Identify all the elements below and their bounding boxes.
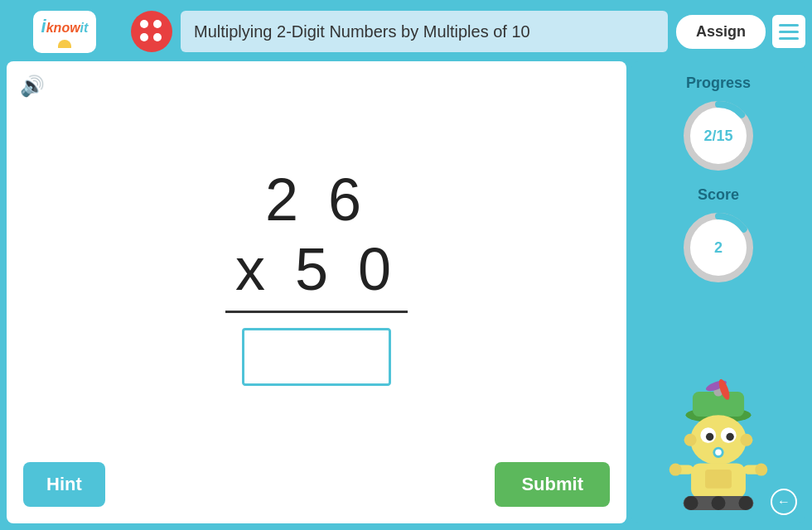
answer-input-wrap xyxy=(242,328,391,386)
problem-number1: 2 6 xyxy=(265,167,368,233)
right-panel: Progress 2/15 Score 2 xyxy=(631,61,805,523)
bottom-bar: Hint Submit xyxy=(20,454,613,510)
robot-area xyxy=(640,298,797,510)
submit-button[interactable]: Submit xyxy=(495,462,610,507)
sound-icon: 🔊 xyxy=(20,75,45,98)
svg-point-17 xyxy=(740,434,752,446)
back-button[interactable]: ← xyxy=(771,489,797,515)
sound-button[interactable]: 🔊 xyxy=(20,75,45,98)
main-content: 🔊 2 6 x 5 0 Hint Submit Progress xyxy=(7,61,805,523)
menu-button[interactable] xyxy=(772,15,805,48)
answer-input[interactable] xyxy=(242,328,391,386)
score-value: 2 xyxy=(714,239,723,257)
hamburger-line-1 xyxy=(779,24,799,26)
svg-point-24 xyxy=(684,496,698,510)
logo-know: know xyxy=(46,21,80,36)
progress-value: 2/15 xyxy=(703,128,732,145)
hamburger-line-2 xyxy=(779,31,799,33)
divider-line xyxy=(225,311,408,313)
score-label: Score xyxy=(698,186,739,204)
title-area: Multiplying 2-Digit Numbers by Multiples… xyxy=(181,11,668,52)
progress-circle: 2/15 xyxy=(681,99,756,173)
left-panel: 🔊 2 6 x 5 0 Hint Submit xyxy=(7,61,626,523)
svg-point-26 xyxy=(738,496,752,510)
svg-rect-27 xyxy=(705,470,732,489)
math-problem: 2 6 x 5 0 xyxy=(20,75,613,454)
logo-it: it xyxy=(80,21,89,36)
score-circle: 2 xyxy=(681,210,756,285)
robot-character xyxy=(665,378,772,510)
header: i know it Multiplying 2-Digit Numbers by… xyxy=(7,7,805,56)
lesson-title: Multiplying 2-Digit Numbers by Multiples… xyxy=(194,22,530,41)
svg-point-25 xyxy=(712,496,726,510)
svg-point-21 xyxy=(669,464,682,476)
header-right: Assign xyxy=(676,15,805,49)
svg-point-12 xyxy=(706,433,713,441)
score-section: Score 2 xyxy=(640,186,797,285)
svg-point-15 xyxy=(715,450,722,456)
problem-number2: x 5 0 xyxy=(235,237,398,302)
hamburger-line-3 xyxy=(779,37,799,40)
logo-area: i know it xyxy=(7,8,123,55)
svg-point-13 xyxy=(726,433,733,441)
app-frame: i know it Multiplying 2-Digit Numbers by… xyxy=(0,0,812,530)
svg-point-22 xyxy=(755,464,767,476)
svg-point-16 xyxy=(684,434,697,446)
hint-button[interactable]: Hint xyxy=(23,462,105,507)
progress-section: Progress 2/15 xyxy=(640,75,797,173)
progress-label: Progress xyxy=(686,75,751,92)
logo-bulb xyxy=(58,40,71,48)
assign-button[interactable]: Assign xyxy=(676,15,766,49)
dice-icon xyxy=(131,11,172,52)
logo-box: i know it xyxy=(33,11,97,53)
back-icon: ← xyxy=(777,494,790,509)
